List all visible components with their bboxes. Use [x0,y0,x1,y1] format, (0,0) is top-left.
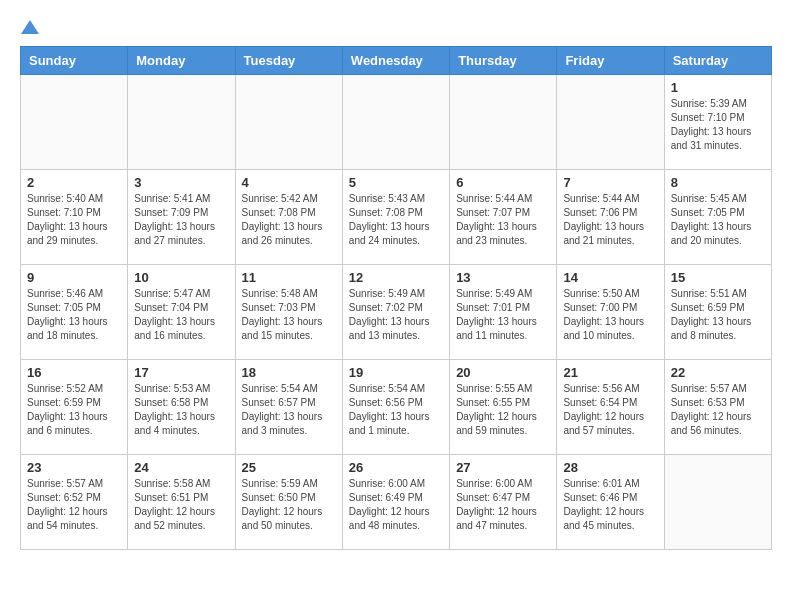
calendar-cell: 4Sunrise: 5:42 AM Sunset: 7:08 PM Daylig… [235,170,342,265]
day-info: Sunrise: 5:53 AM Sunset: 6:58 PM Dayligh… [134,382,228,438]
day-info: Sunrise: 5:43 AM Sunset: 7:08 PM Dayligh… [349,192,443,248]
day-number: 16 [27,365,121,380]
day-number: 2 [27,175,121,190]
calendar-cell: 5Sunrise: 5:43 AM Sunset: 7:08 PM Daylig… [342,170,449,265]
day-info: Sunrise: 5:54 AM Sunset: 6:56 PM Dayligh… [349,382,443,438]
logo [20,20,39,36]
calendar-cell [664,455,771,550]
day-info: Sunrise: 5:55 AM Sunset: 6:55 PM Dayligh… [456,382,550,438]
weekday-header-wednesday: Wednesday [342,47,449,75]
calendar-cell: 2Sunrise: 5:40 AM Sunset: 7:10 PM Daylig… [21,170,128,265]
week-row-3: 9Sunrise: 5:46 AM Sunset: 7:05 PM Daylig… [21,265,772,360]
day-info: Sunrise: 5:40 AM Sunset: 7:10 PM Dayligh… [27,192,121,248]
calendar-cell: 23Sunrise: 5:57 AM Sunset: 6:52 PM Dayli… [21,455,128,550]
calendar-cell [450,75,557,170]
calendar-cell: 17Sunrise: 5:53 AM Sunset: 6:58 PM Dayli… [128,360,235,455]
weekday-header-tuesday: Tuesday [235,47,342,75]
day-number: 15 [671,270,765,285]
day-number: 7 [563,175,657,190]
weekday-header-friday: Friday [557,47,664,75]
day-number: 3 [134,175,228,190]
day-info: Sunrise: 5:58 AM Sunset: 6:51 PM Dayligh… [134,477,228,533]
calendar-cell: 16Sunrise: 5:52 AM Sunset: 6:59 PM Dayli… [21,360,128,455]
day-number: 24 [134,460,228,475]
calendar-cell: 10Sunrise: 5:47 AM Sunset: 7:04 PM Dayli… [128,265,235,360]
day-number: 8 [671,175,765,190]
calendar-cell: 26Sunrise: 6:00 AM Sunset: 6:49 PM Dayli… [342,455,449,550]
day-number: 6 [456,175,550,190]
day-number: 23 [27,460,121,475]
day-info: Sunrise: 5:48 AM Sunset: 7:03 PM Dayligh… [242,287,336,343]
calendar-cell: 8Sunrise: 5:45 AM Sunset: 7:05 PM Daylig… [664,170,771,265]
day-info: Sunrise: 5:44 AM Sunset: 7:06 PM Dayligh… [563,192,657,248]
weekday-header-sunday: Sunday [21,47,128,75]
day-number: 20 [456,365,550,380]
day-number: 19 [349,365,443,380]
calendar-cell: 20Sunrise: 5:55 AM Sunset: 6:55 PM Dayli… [450,360,557,455]
calendar-cell: 18Sunrise: 5:54 AM Sunset: 6:57 PM Dayli… [235,360,342,455]
calendar-table: SundayMondayTuesdayWednesdayThursdayFrid… [20,46,772,550]
day-info: Sunrise: 5:46 AM Sunset: 7:05 PM Dayligh… [27,287,121,343]
weekday-header-monday: Monday [128,47,235,75]
calendar-cell: 21Sunrise: 5:56 AM Sunset: 6:54 PM Dayli… [557,360,664,455]
day-info: Sunrise: 5:49 AM Sunset: 7:02 PM Dayligh… [349,287,443,343]
week-row-1: 1Sunrise: 5:39 AM Sunset: 7:10 PM Daylig… [21,75,772,170]
calendar-cell: 6Sunrise: 5:44 AM Sunset: 7:07 PM Daylig… [450,170,557,265]
day-number: 26 [349,460,443,475]
day-info: Sunrise: 5:56 AM Sunset: 6:54 PM Dayligh… [563,382,657,438]
day-number: 28 [563,460,657,475]
day-number: 10 [134,270,228,285]
calendar-cell: 1Sunrise: 5:39 AM Sunset: 7:10 PM Daylig… [664,75,771,170]
header [20,20,772,36]
calendar-cell: 28Sunrise: 6:01 AM Sunset: 6:46 PM Dayli… [557,455,664,550]
day-number: 17 [134,365,228,380]
calendar-cell: 9Sunrise: 5:46 AM Sunset: 7:05 PM Daylig… [21,265,128,360]
day-number: 18 [242,365,336,380]
calendar-cell: 3Sunrise: 5:41 AM Sunset: 7:09 PM Daylig… [128,170,235,265]
day-number: 13 [456,270,550,285]
calendar-cell [235,75,342,170]
calendar-cell: 27Sunrise: 6:00 AM Sunset: 6:47 PM Dayli… [450,455,557,550]
calendar-cell: 12Sunrise: 5:49 AM Sunset: 7:02 PM Dayli… [342,265,449,360]
day-info: Sunrise: 6:01 AM Sunset: 6:46 PM Dayligh… [563,477,657,533]
day-info: Sunrise: 5:45 AM Sunset: 7:05 PM Dayligh… [671,192,765,248]
week-row-5: 23Sunrise: 5:57 AM Sunset: 6:52 PM Dayli… [21,455,772,550]
day-info: Sunrise: 5:50 AM Sunset: 7:00 PM Dayligh… [563,287,657,343]
calendar-cell: 14Sunrise: 5:50 AM Sunset: 7:00 PM Dayli… [557,265,664,360]
day-number: 22 [671,365,765,380]
day-info: Sunrise: 5:44 AM Sunset: 7:07 PM Dayligh… [456,192,550,248]
day-info: Sunrise: 6:00 AM Sunset: 6:49 PM Dayligh… [349,477,443,533]
calendar-cell: 7Sunrise: 5:44 AM Sunset: 7:06 PM Daylig… [557,170,664,265]
day-info: Sunrise: 5:42 AM Sunset: 7:08 PM Dayligh… [242,192,336,248]
day-info: Sunrise: 5:49 AM Sunset: 7:01 PM Dayligh… [456,287,550,343]
calendar-cell [128,75,235,170]
calendar-cell: 19Sunrise: 5:54 AM Sunset: 6:56 PM Dayli… [342,360,449,455]
calendar-header-row: SundayMondayTuesdayWednesdayThursdayFrid… [21,47,772,75]
calendar-cell [342,75,449,170]
calendar-cell: 25Sunrise: 5:59 AM Sunset: 6:50 PM Dayli… [235,455,342,550]
calendar-cell: 15Sunrise: 5:51 AM Sunset: 6:59 PM Dayli… [664,265,771,360]
day-info: Sunrise: 6:00 AM Sunset: 6:47 PM Dayligh… [456,477,550,533]
day-info: Sunrise: 5:52 AM Sunset: 6:59 PM Dayligh… [27,382,121,438]
calendar-cell: 11Sunrise: 5:48 AM Sunset: 7:03 PM Dayli… [235,265,342,360]
calendar-cell [557,75,664,170]
day-number: 14 [563,270,657,285]
day-number: 11 [242,270,336,285]
day-number: 9 [27,270,121,285]
weekday-header-saturday: Saturday [664,47,771,75]
day-number: 4 [242,175,336,190]
day-info: Sunrise: 5:51 AM Sunset: 6:59 PM Dayligh… [671,287,765,343]
calendar-cell: 13Sunrise: 5:49 AM Sunset: 7:01 PM Dayli… [450,265,557,360]
day-info: Sunrise: 5:57 AM Sunset: 6:53 PM Dayligh… [671,382,765,438]
calendar-cell: 24Sunrise: 5:58 AM Sunset: 6:51 PM Dayli… [128,455,235,550]
weekday-header-thursday: Thursday [450,47,557,75]
day-info: Sunrise: 5:47 AM Sunset: 7:04 PM Dayligh… [134,287,228,343]
day-info: Sunrise: 5:59 AM Sunset: 6:50 PM Dayligh… [242,477,336,533]
day-number: 27 [456,460,550,475]
svg-marker-0 [21,20,39,34]
day-info: Sunrise: 5:57 AM Sunset: 6:52 PM Dayligh… [27,477,121,533]
calendar-cell: 22Sunrise: 5:57 AM Sunset: 6:53 PM Dayli… [664,360,771,455]
day-number: 25 [242,460,336,475]
day-number: 1 [671,80,765,95]
day-number: 21 [563,365,657,380]
